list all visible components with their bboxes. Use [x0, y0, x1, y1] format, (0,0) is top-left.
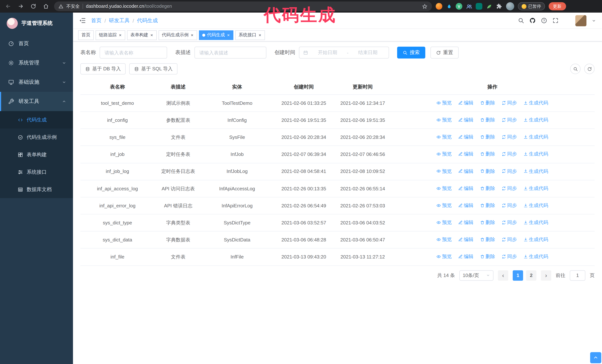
page-size-select[interactable]: 10条/页 — [459, 270, 494, 281]
action-trash[interactable]: 删除 — [480, 236, 495, 244]
table-name-input[interactable] — [100, 47, 167, 59]
action-trash[interactable]: 删除 — [480, 116, 495, 124]
sidebar-item-系统管理[interactable]: 系统管理 — [0, 53, 73, 73]
tab-表单构建[interactable]: 表单构建 × — [127, 30, 157, 40]
tab-close-icon[interactable]: × — [227, 32, 230, 38]
action-download[interactable]: 生成代码 — [524, 236, 548, 244]
sidebar-item-数据库文档[interactable]: 数据库文档 — [0, 181, 73, 198]
sidebar-item-首页[interactable]: 首页 — [0, 34, 73, 53]
action-edit[interactable]: 编辑 — [458, 167, 473, 175]
tab-系统接口[interactable]: 系统接口 × — [235, 30, 265, 40]
action-trash[interactable]: 删除 — [480, 133, 495, 141]
sidebar-item-代码生成[interactable]: 代码生成 — [0, 111, 73, 128]
sidebar-item-表单构建[interactable]: 表单构建 — [0, 146, 73, 163]
action-sync[interactable]: 同步 — [502, 184, 517, 192]
action-download[interactable]: 生成代码 — [524, 116, 548, 124]
search-button[interactable]: 搜索 — [397, 47, 425, 59]
action-eye[interactable]: 预览 — [437, 150, 452, 158]
sidebar-item-研发工具[interactable]: 研发工具 — [0, 92, 73, 111]
refresh-table-button[interactable] — [584, 64, 595, 74]
action-download[interactable]: 生成代码 — [524, 167, 548, 175]
action-eye[interactable]: 预览 — [437, 253, 452, 261]
tab-代码生成示例[interactable]: 代码生成示例 × — [159, 30, 197, 40]
toggle-search-button[interactable] — [570, 64, 580, 74]
action-sync[interactable]: 同步 — [502, 201, 517, 209]
action-eye[interactable]: 预览 — [437, 184, 452, 192]
browser-back-button[interactable] — [4, 2, 13, 11]
action-sync[interactable]: 同步 — [502, 150, 517, 158]
sidebar-item-系统接口[interactable]: 系统接口 — [0, 163, 73, 181]
extension-teal-icon[interactable] — [476, 3, 482, 10]
action-eye[interactable]: 预览 — [437, 99, 452, 107]
import-db-button[interactable]: 基于 DB 导入 — [80, 63, 126, 74]
tab-首页[interactable]: 首页 — [78, 30, 94, 40]
next-page-button[interactable]: › — [541, 270, 551, 281]
action-edit[interactable]: 编辑 — [458, 184, 473, 192]
prev-page-button[interactable]: ‹ — [498, 270, 508, 281]
action-trash[interactable]: 删除 — [480, 99, 495, 107]
import-sql-button[interactable]: 基于 SQL 导入 — [129, 63, 178, 74]
action-sync[interactable]: 同步 — [502, 167, 517, 175]
browser-profile-avatar[interactable] — [506, 2, 514, 10]
action-sync[interactable]: 同步 — [502, 133, 517, 141]
tab-链路追踪[interactable]: 链路追踪 × — [96, 30, 125, 40]
action-edit[interactable]: 编辑 — [458, 201, 473, 209]
action-sync[interactable]: 同步 — [502, 253, 517, 261]
browser-home-button[interactable] — [42, 2, 50, 11]
tab-close-icon[interactable]: × — [190, 32, 194, 38]
action-trash[interactable]: 删除 — [480, 253, 495, 261]
browser-reload-button[interactable] — [29, 2, 38, 11]
action-download[interactable]: 生成代码 — [524, 133, 548, 141]
extension-people-icon[interactable] — [466, 3, 472, 10]
tab-close-icon[interactable]: × — [150, 32, 153, 38]
action-trash[interactable]: 删除 — [480, 218, 495, 227]
tab-close-icon[interactable]: × — [118, 32, 122, 38]
action-eye[interactable]: 预览 — [437, 116, 452, 124]
action-trash[interactable]: 删除 — [480, 201, 495, 209]
action-sync[interactable]: 同步 — [502, 218, 517, 227]
action-edit[interactable]: 编辑 — [458, 218, 473, 227]
sidebar-item-代码生成示例[interactable]: 代码生成示例 — [0, 128, 73, 146]
tab-close-icon[interactable]: × — [258, 32, 262, 38]
sidebar-fold-icon[interactable] — [79, 17, 86, 24]
help-icon[interactable] — [541, 17, 547, 24]
action-edit[interactable]: 编辑 — [458, 99, 473, 107]
font-size-icon[interactable] — [564, 17, 570, 24]
page-button-1[interactable]: 1 — [513, 270, 523, 281]
action-download[interactable]: 生成代码 — [524, 253, 548, 261]
user-caret-down-icon[interactable] — [592, 18, 596, 23]
action-download[interactable]: 生成代码 — [524, 201, 548, 209]
address-bar[interactable]: 不安全 dashboard.yudao.iocoder.cn/tool/code… — [54, 1, 432, 11]
action-sync[interactable]: 同步 — [502, 99, 517, 107]
action-edit[interactable]: 编辑 — [458, 133, 473, 141]
action-eye[interactable]: 预览 — [437, 133, 452, 141]
action-download[interactable]: 生成代码 — [524, 184, 548, 192]
start-date-placeholder[interactable]: 开始日期 — [311, 49, 345, 56]
action-trash[interactable]: 删除 — [480, 184, 495, 192]
browser-update-button[interactable]: 更新 — [548, 2, 566, 10]
goto-page-input[interactable] — [570, 270, 585, 281]
action-sync[interactable]: 同步 — [502, 236, 517, 244]
extensions-puzzle-icon[interactable] — [496, 3, 502, 10]
action-eye[interactable]: 预览 — [437, 236, 452, 244]
action-download[interactable]: 生成代码 — [524, 150, 548, 158]
action-edit[interactable]: 编辑 — [458, 116, 473, 124]
github-icon[interactable] — [529, 17, 536, 24]
extension-vue-icon[interactable]: V — [456, 3, 462, 10]
tab-代码生成[interactable]: 代码生成 × — [199, 30, 233, 40]
action-download[interactable]: 生成代码 — [524, 99, 548, 107]
end-date-placeholder[interactable]: 结束日期 — [351, 49, 385, 56]
paused-badge[interactable]: 已暂停 — [518, 2, 545, 10]
action-edit[interactable]: 编辑 — [458, 236, 473, 244]
action-eye[interactable]: 预览 — [437, 167, 452, 175]
action-trash[interactable]: 删除 — [480, 150, 495, 158]
browser-forward-button[interactable] — [16, 2, 25, 11]
extension-fox-icon[interactable] — [436, 3, 442, 10]
extension-leaf-icon[interactable] — [486, 3, 492, 10]
fullscreen-icon[interactable] — [552, 17, 559, 24]
breadcrumb-tools[interactable]: 研发工具 — [109, 17, 130, 24]
action-trash[interactable]: 删除 — [480, 167, 495, 175]
reset-button[interactable]: 重置 — [430, 47, 459, 59]
action-edit[interactable]: 编辑 — [458, 150, 473, 158]
action-eye[interactable]: 预览 — [437, 201, 452, 209]
